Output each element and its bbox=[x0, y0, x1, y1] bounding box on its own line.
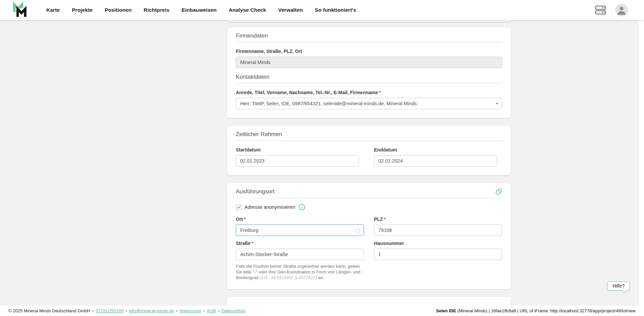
top-navbar: Karte Projekte Positionen Richtpreis Ein… bbox=[0, 0, 644, 20]
server-rack-icon[interactable] bbox=[595, 5, 606, 15]
hausnummer-input[interactable] bbox=[374, 249, 502, 260]
company-field-label: Firmenname, Straße, PLZ, Ort bbox=[236, 49, 502, 54]
street-hint-example: (z.B.: 48.8115607,9.4077422) bbox=[260, 275, 317, 280]
zeitlicher-rahmen-card: Zeitlicher Rahmen Startdatum Enddatum bbox=[227, 126, 511, 175]
footer-link-email[interactable]: info@mineral-minds.de bbox=[129, 308, 174, 313]
strasse-label-text: Straße bbox=[236, 241, 251, 246]
nav-item-einbauweisen[interactable]: Einbauweisen bbox=[181, 7, 217, 13]
nav-item-analyse-check[interactable]: Analyse Check bbox=[229, 7, 266, 13]
help-bubble-tail bbox=[622, 288, 627, 293]
enddatum-input[interactable] bbox=[374, 155, 497, 167]
section-title-ausfuehrungsort: Ausführungsort bbox=[236, 188, 274, 195]
divider bbox=[236, 141, 502, 141]
startdatum-input[interactable] bbox=[236, 155, 359, 167]
plz-input[interactable] bbox=[374, 225, 502, 236]
footer-link-agb[interactable]: AGB bbox=[207, 308, 216, 313]
footer-bar: © 2025 Mineral Minds Deutschland GmbH • … bbox=[0, 306, 644, 316]
divider bbox=[236, 83, 502, 84]
ide-status-rest: (Mineral Minds) | 16fae1ffc6a6 | URL of … bbox=[456, 308, 636, 313]
loading-spinner-icon bbox=[355, 228, 360, 233]
required-asterisk: * bbox=[252, 241, 253, 246]
nav-item-positionen[interactable]: Positionen bbox=[105, 7, 131, 13]
footer-link-datenschutz[interactable]: Datenschutz bbox=[221, 308, 246, 313]
street-hint-suffix: an. bbox=[317, 275, 324, 280]
footer-separator: • bbox=[218, 308, 220, 313]
company-input bbox=[236, 57, 502, 68]
hausnummer-label: Hausnummer bbox=[374, 241, 502, 246]
ide-status-text: Selen IDE (Mineral Minds) | 16fae1ffc6a6… bbox=[436, 308, 636, 313]
footer-separator: • bbox=[92, 308, 94, 313]
footer-link-impressum[interactable]: Impressum bbox=[179, 308, 201, 313]
startdatum-label: Startdatum bbox=[236, 147, 364, 153]
info-icon[interactable] bbox=[299, 204, 305, 210]
header-actions bbox=[595, 4, 628, 16]
nav-item-richtpreis[interactable]: Richtpreis bbox=[144, 7, 169, 13]
previous-card-partial bbox=[227, 20, 511, 22]
section-title-firmendaten: Firmendaten bbox=[236, 32, 502, 40]
enddatum-label: Enddatum bbox=[374, 147, 502, 153]
ort-input[interactable] bbox=[236, 225, 364, 236]
anonymize-label[interactable]: Adresse anonymisieren bbox=[245, 204, 296, 210]
contact-select[interactable]: Herr, TitelP, Selen, IDE, 0987/654321, s… bbox=[236, 98, 502, 109]
plz-label: PLZ* bbox=[374, 216, 502, 222]
main-nav: Karte Projekte Positionen Richtpreis Ein… bbox=[46, 7, 356, 13]
help-button[interactable]: Hilfe? bbox=[607, 281, 630, 291]
contact-select-wrap: Herr, TitelP, Selen, IDE, 0987/654321, s… bbox=[236, 98, 502, 109]
footer-link-phone[interactable]: 07151/250100 bbox=[96, 308, 123, 313]
nav-item-so-funktionierts[interactable]: So funktioniert's bbox=[315, 7, 356, 13]
form-column: Firmendaten Firmenname, Straße, PLZ, Ort… bbox=[227, 20, 511, 311]
strasse-input[interactable] bbox=[236, 249, 364, 260]
divider bbox=[236, 42, 502, 43]
contact-field-label: Anrede, Titel, Vorname, Nachname, Tel.-N… bbox=[236, 90, 502, 96]
ausfuehrungsort-card: Ausführungsort Adresse anonymisieren bbox=[227, 183, 511, 289]
contact-field-label-text: Anrede, Titel, Vorname, Nachname, Tel.-N… bbox=[236, 90, 378, 95]
section-title-kontaktdaten: Kontaktdaten bbox=[236, 73, 502, 81]
required-asterisk: * bbox=[384, 216, 385, 222]
street-hint: Falls die Position keiner Straße zugeord… bbox=[236, 263, 364, 280]
plz-label-text: PLZ bbox=[374, 216, 383, 222]
scrollbar-track[interactable] bbox=[639, 0, 644, 316]
footer-separator: • bbox=[125, 308, 127, 313]
mineral-minds-logo-icon[interactable] bbox=[12, 2, 28, 18]
ort-label-text: Ort bbox=[236, 216, 243, 222]
footer-separator: • bbox=[203, 308, 205, 313]
strasse-label: Straße* bbox=[236, 241, 364, 246]
divider bbox=[236, 198, 502, 198]
required-asterisk: * bbox=[244, 216, 246, 222]
nav-item-projekte[interactable]: Projekte bbox=[72, 7, 93, 13]
section-title-zeitlicher-rahmen: Zeitlicher Rahmen bbox=[236, 131, 502, 138]
nav-item-karte[interactable]: Karte bbox=[46, 7, 60, 13]
user-avatar[interactable] bbox=[615, 4, 628, 16]
ide-brand: Selen IDE bbox=[436, 308, 456, 313]
checkmark-icon bbox=[236, 205, 241, 209]
firmendaten-card: Firmendaten Firmenname, Straße, PLZ, Ort… bbox=[227, 27, 511, 118]
ort-label: Ort* bbox=[236, 216, 364, 222]
copy-icon[interactable] bbox=[495, 188, 502, 195]
nav-item-verwalten[interactable]: Verwalten bbox=[278, 7, 303, 13]
help-button-label: Hilfe? bbox=[612, 283, 625, 289]
required-asterisk: * bbox=[379, 90, 381, 95]
anonymize-checkbox[interactable] bbox=[236, 204, 241, 210]
copyright-text: © 2025 Mineral Minds Deutschland GmbH bbox=[8, 308, 90, 313]
footer-separator: • bbox=[176, 308, 178, 313]
app-window: Karte Projekte Positionen Richtpreis Ein… bbox=[0, 0, 644, 316]
